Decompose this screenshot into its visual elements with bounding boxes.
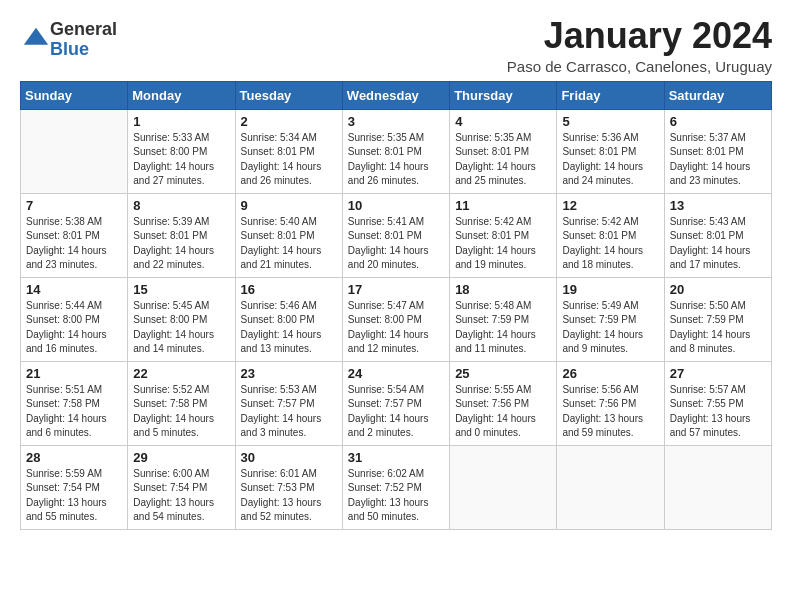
day-info: Sunrise: 5:56 AM Sunset: 7:56 PM Dayligh… [562,383,658,441]
table-row: 19Sunrise: 5:49 AM Sunset: 7:59 PM Dayli… [557,277,664,361]
table-row: 30Sunrise: 6:01 AM Sunset: 7:53 PM Dayli… [235,445,342,529]
day-number: 5 [562,114,658,129]
table-row: 26Sunrise: 5:56 AM Sunset: 7:56 PM Dayli… [557,361,664,445]
table-row: 9Sunrise: 5:40 AM Sunset: 8:01 PM Daylig… [235,193,342,277]
month-title: January 2024 [507,16,772,56]
logo-general-text: General [50,20,117,40]
day-info: Sunrise: 5:42 AM Sunset: 8:01 PM Dayligh… [455,215,551,273]
day-number: 13 [670,198,766,213]
day-info: Sunrise: 5:41 AM Sunset: 8:01 PM Dayligh… [348,215,444,273]
table-row [21,109,128,193]
day-info: Sunrise: 5:47 AM Sunset: 8:00 PM Dayligh… [348,299,444,357]
day-info: Sunrise: 5:44 AM Sunset: 8:00 PM Dayligh… [26,299,122,357]
table-row: 27Sunrise: 5:57 AM Sunset: 7:55 PM Dayli… [664,361,771,445]
col-wednesday: Wednesday [342,81,449,109]
day-number: 20 [670,282,766,297]
calendar-header-row: Sunday Monday Tuesday Wednesday Thursday… [21,81,772,109]
day-info: Sunrise: 6:01 AM Sunset: 7:53 PM Dayligh… [241,467,337,525]
day-info: Sunrise: 5:54 AM Sunset: 7:57 PM Dayligh… [348,383,444,441]
table-row: 8Sunrise: 5:39 AM Sunset: 8:01 PM Daylig… [128,193,235,277]
day-info: Sunrise: 5:57 AM Sunset: 7:55 PM Dayligh… [670,383,766,441]
table-row: 17Sunrise: 5:47 AM Sunset: 8:00 PM Dayli… [342,277,449,361]
logo-icon [22,26,50,54]
col-sunday: Sunday [21,81,128,109]
location-title: Paso de Carrasco, Canelones, Uruguay [507,58,772,75]
day-number: 4 [455,114,551,129]
svg-marker-0 [24,28,48,45]
day-number: 12 [562,198,658,213]
table-row: 7Sunrise: 5:38 AM Sunset: 8:01 PM Daylig… [21,193,128,277]
day-number: 23 [241,366,337,381]
table-row: 1Sunrise: 5:33 AM Sunset: 8:00 PM Daylig… [128,109,235,193]
day-number: 2 [241,114,337,129]
logo: General Blue [20,20,117,60]
table-row: 21Sunrise: 5:51 AM Sunset: 7:58 PM Dayli… [21,361,128,445]
day-info: Sunrise: 5:53 AM Sunset: 7:57 PM Dayligh… [241,383,337,441]
day-info: Sunrise: 5:59 AM Sunset: 7:54 PM Dayligh… [26,467,122,525]
table-row: 4Sunrise: 5:35 AM Sunset: 8:01 PM Daylig… [450,109,557,193]
day-info: Sunrise: 5:45 AM Sunset: 8:00 PM Dayligh… [133,299,229,357]
table-row: 22Sunrise: 5:52 AM Sunset: 7:58 PM Dayli… [128,361,235,445]
col-friday: Friday [557,81,664,109]
day-info: Sunrise: 5:40 AM Sunset: 8:01 PM Dayligh… [241,215,337,273]
day-number: 29 [133,450,229,465]
table-row: 25Sunrise: 5:55 AM Sunset: 7:56 PM Dayli… [450,361,557,445]
table-row: 6Sunrise: 5:37 AM Sunset: 8:01 PM Daylig… [664,109,771,193]
table-row: 29Sunrise: 6:00 AM Sunset: 7:54 PM Dayli… [128,445,235,529]
table-row [450,445,557,529]
day-info: Sunrise: 6:02 AM Sunset: 7:52 PM Dayligh… [348,467,444,525]
day-number: 1 [133,114,229,129]
day-info: Sunrise: 5:50 AM Sunset: 7:59 PM Dayligh… [670,299,766,357]
day-info: Sunrise: 5:35 AM Sunset: 8:01 PM Dayligh… [348,131,444,189]
day-info: Sunrise: 5:38 AM Sunset: 8:01 PM Dayligh… [26,215,122,273]
calendar-week-row: 28Sunrise: 5:59 AM Sunset: 7:54 PM Dayli… [21,445,772,529]
day-info: Sunrise: 6:00 AM Sunset: 7:54 PM Dayligh… [133,467,229,525]
day-info: Sunrise: 5:51 AM Sunset: 7:58 PM Dayligh… [26,383,122,441]
day-number: 22 [133,366,229,381]
day-info: Sunrise: 5:36 AM Sunset: 8:01 PM Dayligh… [562,131,658,189]
table-row: 18Sunrise: 5:48 AM Sunset: 7:59 PM Dayli… [450,277,557,361]
table-row [664,445,771,529]
col-saturday: Saturday [664,81,771,109]
day-number: 30 [241,450,337,465]
day-info: Sunrise: 5:49 AM Sunset: 7:59 PM Dayligh… [562,299,658,357]
day-number: 31 [348,450,444,465]
day-number: 24 [348,366,444,381]
table-row: 23Sunrise: 5:53 AM Sunset: 7:57 PM Dayli… [235,361,342,445]
day-number: 7 [26,198,122,213]
table-row: 5Sunrise: 5:36 AM Sunset: 8:01 PM Daylig… [557,109,664,193]
day-info: Sunrise: 5:39 AM Sunset: 8:01 PM Dayligh… [133,215,229,273]
table-row: 14Sunrise: 5:44 AM Sunset: 8:00 PM Dayli… [21,277,128,361]
table-row: 15Sunrise: 5:45 AM Sunset: 8:00 PM Dayli… [128,277,235,361]
day-info: Sunrise: 5:46 AM Sunset: 8:00 PM Dayligh… [241,299,337,357]
day-number: 9 [241,198,337,213]
calendar-week-row: 7Sunrise: 5:38 AM Sunset: 8:01 PM Daylig… [21,193,772,277]
table-row: 13Sunrise: 5:43 AM Sunset: 8:01 PM Dayli… [664,193,771,277]
calendar-table: Sunday Monday Tuesday Wednesday Thursday… [20,81,772,530]
day-number: 3 [348,114,444,129]
day-number: 19 [562,282,658,297]
day-info: Sunrise: 5:34 AM Sunset: 8:01 PM Dayligh… [241,131,337,189]
col-tuesday: Tuesday [235,81,342,109]
day-number: 21 [26,366,122,381]
table-row [557,445,664,529]
day-info: Sunrise: 5:37 AM Sunset: 8:01 PM Dayligh… [670,131,766,189]
calendar-week-row: 1Sunrise: 5:33 AM Sunset: 8:00 PM Daylig… [21,109,772,193]
day-number: 14 [26,282,122,297]
table-row: 28Sunrise: 5:59 AM Sunset: 7:54 PM Dayli… [21,445,128,529]
table-row: 12Sunrise: 5:42 AM Sunset: 8:01 PM Dayli… [557,193,664,277]
day-number: 27 [670,366,766,381]
table-row: 31Sunrise: 6:02 AM Sunset: 7:52 PM Dayli… [342,445,449,529]
day-number: 18 [455,282,551,297]
day-number: 6 [670,114,766,129]
table-row: 2Sunrise: 5:34 AM Sunset: 8:01 PM Daylig… [235,109,342,193]
day-info: Sunrise: 5:43 AM Sunset: 8:01 PM Dayligh… [670,215,766,273]
day-number: 25 [455,366,551,381]
day-info: Sunrise: 5:35 AM Sunset: 8:01 PM Dayligh… [455,131,551,189]
day-info: Sunrise: 5:33 AM Sunset: 8:00 PM Dayligh… [133,131,229,189]
day-number: 10 [348,198,444,213]
col-monday: Monday [128,81,235,109]
day-number: 17 [348,282,444,297]
day-number: 15 [133,282,229,297]
day-info: Sunrise: 5:55 AM Sunset: 7:56 PM Dayligh… [455,383,551,441]
